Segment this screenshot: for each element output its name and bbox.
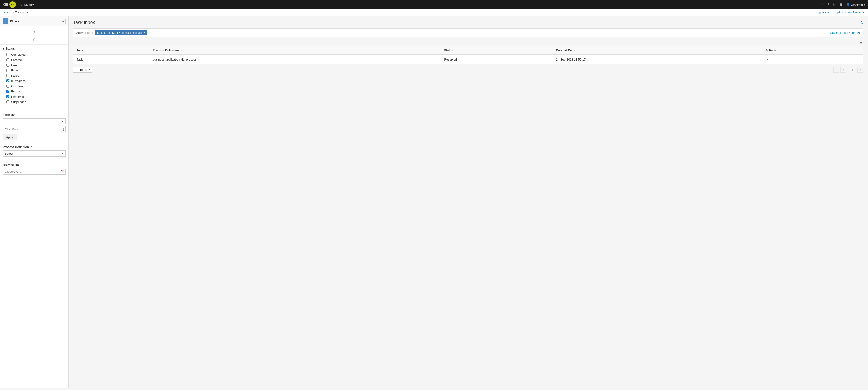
breadcrumb-separator: » (12, 11, 14, 14)
status-checkbox-completed[interactable] (6, 53, 9, 56)
status-item-exited: Exited (3, 68, 66, 73)
main-layout: ☰ Filters ◀ ＋ ☆ ▾ Status CompletedCreate… (0, 16, 868, 388)
created-on-section: Created On 📅 (0, 161, 68, 177)
active-filters-bar: Active filters: Status: Ready, InProgres… (73, 28, 863, 37)
cell-actions: ⋮ (762, 54, 863, 64)
cell-process_def: business-application-kjar.process (150, 54, 441, 64)
status-item-reserved: Reserved (3, 94, 66, 99)
user-menu[interactable]: 👤 wbadmin ▾ (846, 3, 865, 6)
help-icon[interactable]: ? (827, 3, 829, 6)
status-section: ▾ Status CompletedCreatedErrorExitedFail… (0, 44, 68, 107)
filter-info-icon[interactable]: ℹ (63, 128, 64, 131)
status-item-inprogress: InProgress (3, 78, 66, 84)
cell-task: Task (73, 54, 150, 64)
status-checkbox-suspended[interactable] (6, 100, 9, 103)
page-title: Task Inbox (73, 20, 95, 25)
status-section-header[interactable]: ▾ Status (3, 47, 66, 50)
kie-logo: KIE IDE (3, 1, 16, 8)
th-created-on[interactable]: Created On ▼ (553, 46, 762, 55)
status-label-completed: Completed (11, 53, 26, 56)
status-checkbox-created[interactable] (6, 59, 9, 61)
status-checkbox-error[interactable] (6, 64, 9, 67)
filter-by-input[interactable] (3, 126, 66, 132)
breadcrumb-home-link[interactable]: Home (4, 11, 11, 14)
th-actions: Actions (762, 46, 863, 55)
sidebar-header: ☰ Filters ◀ (0, 16, 68, 27)
status-label-reserved: Reserved (11, 95, 24, 98)
table-header: Task Process Definition Id Status Create… (73, 46, 863, 55)
table-toolbar: ⊞ (73, 40, 863, 45)
kie-text: KIE (3, 3, 8, 6)
status-label-obsolete: Obsolete (11, 85, 23, 88)
filter-by-title: Filter By (3, 113, 66, 117)
status-item-failed: Failed (3, 73, 66, 78)
status-checkbox-failed[interactable] (6, 74, 9, 77)
created-on-input-wrap: 📅 (3, 168, 66, 175)
status-checkbox-exited[interactable] (6, 69, 9, 72)
sidebar-icon-group: ＋ ☆ (0, 27, 68, 44)
filter-by-input-wrap: ℹ (3, 126, 66, 132)
service-selector[interactable]: ▦ business-application-service-dev ▾ (819, 11, 864, 14)
home-icon[interactable]: ⌂ (20, 3, 22, 7)
clear-all-link[interactable]: Clear All (849, 31, 861, 34)
active-filters-right: Save Filters | Clear All (830, 31, 861, 34)
sidebar-star-button[interactable]: ☆ (31, 36, 37, 42)
status-checkbox-reserved[interactable] (6, 95, 9, 98)
sidebar-add-button[interactable]: ＋ (31, 28, 37, 35)
prev-page-button[interactable]: ‹ (840, 67, 846, 73)
th-process-def: Process Definition Id (150, 46, 441, 55)
status-label-exited: Exited (11, 69, 20, 72)
status-item-suspended: Suspended (3, 99, 66, 105)
pipe-separator: | (847, 31, 848, 34)
table-header-row: Task Process Definition Id Status Create… (73, 46, 863, 55)
filter-by-section: Filter By IdNameDescriptionPriority ℹ Ap… (0, 111, 68, 143)
user-chevron-icon: ▾ (864, 3, 865, 6)
ide-badge: IDE (9, 1, 16, 8)
th-created-on-label: Created On (556, 48, 572, 52)
refresh-button[interactable]: ↻ (861, 20, 863, 25)
save-filters-link[interactable]: Save Filters (830, 31, 846, 34)
status-checkbox-inprogress[interactable] (6, 79, 9, 83)
service-chevron-icon: ▾ (863, 11, 864, 14)
status-item-completed: Completed (3, 52, 66, 57)
pagination: « ‹ 1 of 1 › (834, 67, 863, 73)
table-body: Taskbusiness-application-kjar.processRes… (73, 54, 863, 64)
row-actions-button[interactable]: ⋮ (765, 57, 770, 62)
cell-status: Reserved (441, 54, 553, 64)
table-footer: 5 Items10 Items15 Items25 Items « ‹ 1 of… (73, 67, 863, 73)
sort-icon: ▼ (573, 49, 575, 52)
created-on-input[interactable] (3, 168, 66, 175)
status-item-error: Error (3, 63, 66, 68)
status-checkbox-ready[interactable] (6, 90, 9, 93)
process-def-select[interactable]: Select (3, 151, 66, 157)
table-row: Taskbusiness-application-kjar.processRes… (73, 54, 863, 64)
items-per-page: 5 Items10 Items15 Items25 Items (73, 67, 92, 73)
sidebar: ☰ Filters ◀ ＋ ☆ ▾ Status CompletedCreate… (0, 16, 68, 388)
service-grid-icon: ▦ (819, 11, 822, 14)
created-on-title: Created On (3, 163, 66, 167)
status-checkbox-obsolete[interactable] (6, 85, 9, 88)
filter-toggle-button[interactable]: ☰ (3, 19, 8, 24)
apply-button[interactable]: Apply (3, 134, 17, 140)
nav-right: ⠿ ? ⚙ 🖥 👤 wbadmin ▾ (822, 3, 865, 6)
first-page-button[interactable]: « (834, 67, 839, 73)
status-item-created: Created (3, 57, 66, 63)
settings-icon[interactable]: ⚙ (833, 3, 836, 6)
sidebar-collapse-button[interactable]: ◀ (61, 19, 66, 24)
filter-badge-close-button[interactable]: × (144, 31, 145, 34)
active-filters-left: Active filters: Status: Ready, InProgres… (76, 30, 147, 35)
items-per-page-select[interactable]: 5 Items10 Items15 Items25 Items (73, 67, 92, 73)
status-chevron-icon: ▾ (3, 47, 4, 50)
status-label-created: Created (11, 58, 22, 62)
filter-by-select[interactable]: IdNameDescriptionPriority (3, 118, 66, 125)
calendar-icon[interactable]: 📅 (60, 170, 64, 173)
next-page-button[interactable]: › (858, 67, 863, 73)
columns-toggle-button[interactable]: ⊞ (858, 40, 863, 45)
service-name-label: business-application-service-dev (822, 11, 862, 14)
breadcrumb: Home » Task Inbox ▦ business-application… (0, 9, 868, 16)
status-label-failed: Failed (11, 74, 19, 77)
grid-icon[interactable]: ⠿ (822, 3, 824, 6)
status-label-error: Error (11, 63, 18, 67)
menu-button[interactable]: Menu ▾ (24, 3, 34, 6)
monitor-icon[interactable]: 🖥 (839, 3, 843, 6)
